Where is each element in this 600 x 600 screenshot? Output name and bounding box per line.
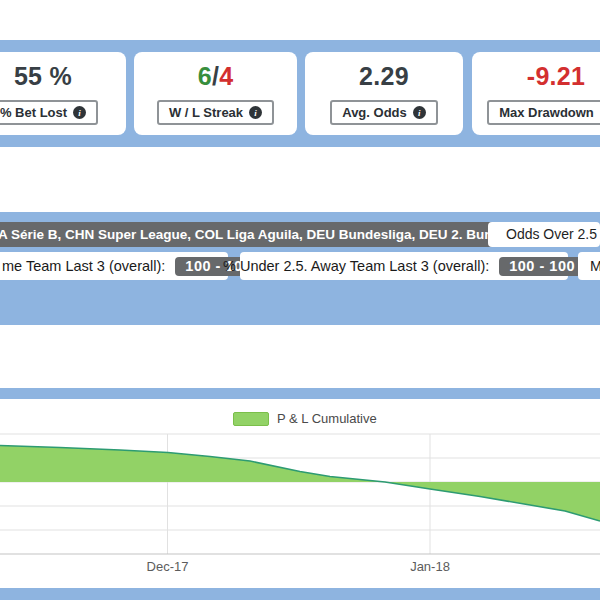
stat-card-max-drawdown: -9.21 Max Drawdown i <box>472 52 600 135</box>
home-last3-filter-chip[interactable]: me Team Last 3 (overall): 100 - 100 <box>0 252 228 280</box>
filters-section: A Série B, CHN Super League, COL Liga Ag… <box>0 212 600 325</box>
stat-card-avg-odds: 2.29 Avg. Odds i <box>305 52 463 135</box>
avg-odds-value: 2.29 <box>359 62 409 91</box>
away-last3-label: % Under 2.5. Away Team Last 3 (overall): <box>223 258 489 274</box>
away-last3-range-badge: 100 - 100 <box>499 257 585 276</box>
betting-dashboard: 55 % % Bet Lost i 6/4 W / L Streak i 2.2… <box>0 0 600 600</box>
bet-lost-button[interactable]: % Bet Lost i <box>0 100 98 125</box>
bet-lost-value: 55 % <box>14 62 72 91</box>
info-icon: i <box>413 106 426 119</box>
odds-filter-chip[interactable]: Odds Over 2.5 go <box>488 222 600 247</box>
loss-streak: 4 <box>219 62 233 90</box>
max-drawdown-value: -9.21 <box>527 62 585 91</box>
cropped-filter-chip[interactable]: M <box>578 252 600 280</box>
svg-text:Dec-17: Dec-17 <box>147 559 189 574</box>
max-drawdown-label: Max Drawdown <box>499 105 594 120</box>
info-icon: i <box>73 106 86 119</box>
bet-lost-label: % Bet Lost <box>0 105 67 120</box>
pl-cumulative-chart: Dec-17Jan-18 <box>0 430 600 580</box>
legend-swatch-icon <box>233 412 269 426</box>
stat-card-bet-lost: 55 % % Bet Lost i <box>0 52 126 135</box>
stat-card-wl-streak: 6/4 W / L Streak i <box>134 52 297 135</box>
wl-streak-value: 6/4 <box>198 62 234 91</box>
info-icon: i <box>249 106 262 119</box>
home-last3-label: me Team Last 3 (overall): <box>2 258 165 274</box>
bottom-band <box>0 588 600 600</box>
divider-band <box>0 388 600 399</box>
wl-streak-button[interactable]: W / L Streak i <box>157 100 274 125</box>
stat-cards-section: 55 % % Bet Lost i 6/4 W / L Streak i 2.2… <box>0 40 600 147</box>
away-last3-filter-chip[interactable]: % Under 2.5. Away Team Last 3 (overall):… <box>240 252 568 280</box>
avg-odds-button[interactable]: Avg. Odds i <box>330 100 438 125</box>
leagues-filter-chip[interactable]: A Série B, CHN Super League, COL Liga Ag… <box>0 222 566 247</box>
chart-legend[interactable]: P & L Cumulative <box>233 411 377 426</box>
max-drawdown-button[interactable]: Max Drawdown i <box>487 100 600 125</box>
wl-streak-label: W / L Streak <box>169 105 243 120</box>
win-streak: 6 <box>198 62 212 90</box>
avg-odds-label: Avg. Odds <box>342 105 407 120</box>
legend-label: P & L Cumulative <box>277 411 377 426</box>
svg-text:Jan-18: Jan-18 <box>410 559 450 574</box>
